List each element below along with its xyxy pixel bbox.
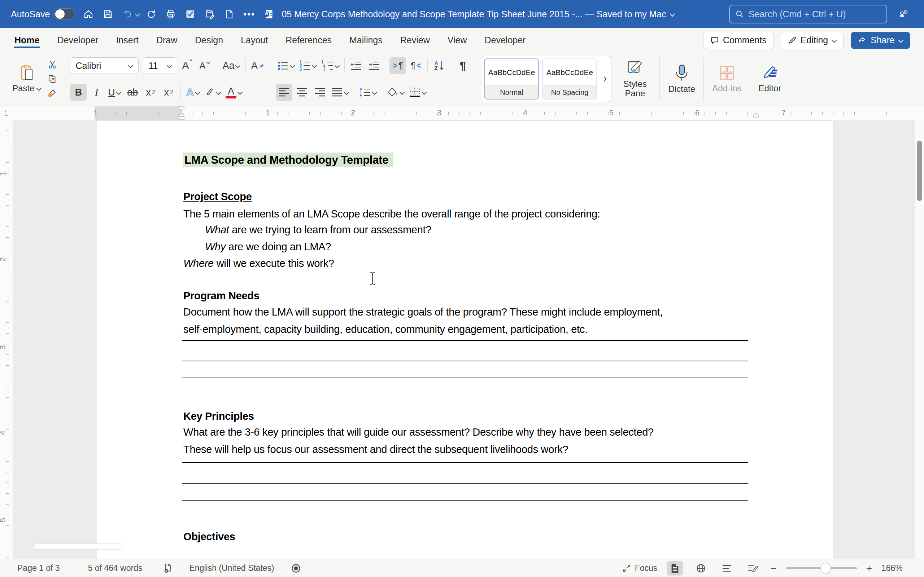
- increase-indent-button[interactable]: [366, 57, 383, 74]
- align-left-button[interactable]: [276, 84, 292, 101]
- draft-view-button[interactable]: [745, 561, 761, 575]
- bullets-button[interactable]: [276, 57, 296, 74]
- dictate-button[interactable]: Dictate: [664, 57, 699, 101]
- add-ins-button[interactable]: Add-ins: [709, 57, 745, 101]
- bold-button[interactable]: B: [70, 84, 87, 101]
- body-text: self-employment, capacity building, educ…: [183, 321, 588, 338]
- search-input[interactable]: Search (Cmd + Ctrl + U): [729, 5, 887, 23]
- cut-button[interactable]: [44, 58, 60, 71]
- autosave-toggle[interactable]: [54, 8, 75, 20]
- format-painter-button[interactable]: [44, 87, 60, 100]
- ruler-number: 3: [437, 108, 441, 118]
- focus-button[interactable]: Focus: [622, 563, 657, 573]
- web-layout-view-button[interactable]: [693, 561, 709, 575]
- tab-layout[interactable]: Layout: [240, 30, 268, 50]
- document-content[interactable]: LMA Scope and Methodology Template Proje…: [97, 121, 833, 559]
- editor-button[interactable]: Editor: [755, 57, 785, 101]
- paste-button[interactable]: Paste: [10, 57, 44, 101]
- indent-markers[interactable]: [178, 106, 185, 120]
- share-icon: [858, 36, 867, 45]
- body-text: Where will we execute this work?: [183, 255, 334, 272]
- show-paragraph-marks-button[interactable]: ¶: [454, 57, 471, 74]
- save-icon[interactable]: [101, 7, 115, 21]
- title-menu-chevron-icon[interactable]: [670, 11, 675, 16]
- highlight-button[interactable]: [203, 84, 223, 101]
- change-case-button[interactable]: Aa: [221, 57, 242, 74]
- align-center-button[interactable]: [294, 84, 310, 101]
- text-effects-button[interactable]: A: [184, 84, 201, 101]
- tab-developer-1[interactable]: Developer: [56, 30, 99, 50]
- checked-checkbox-icon[interactable]: [183, 7, 197, 21]
- undo-menu-chevron-icon[interactable]: [135, 11, 140, 16]
- shading-button[interactable]: [386, 84, 406, 101]
- page[interactable]: LMA Scope and Methodology Template Proje…: [97, 121, 833, 559]
- line-spacing-button[interactable]: [357, 84, 379, 101]
- macro-record-icon[interactable]: [291, 563, 301, 574]
- sort-button[interactable]: AZ: [431, 57, 447, 74]
- tab-review[interactable]: Review: [399, 30, 431, 50]
- editing-mode-dropdown[interactable]: Editing: [781, 32, 843, 49]
- tab-draw[interactable]: Draw: [155, 30, 178, 50]
- redo-icon[interactable]: [144, 7, 158, 21]
- save-as-icon[interactable]: [203, 7, 216, 21]
- style-normal[interactable]: AaBbCcDdEe Normal: [484, 58, 539, 100]
- shrink-font-button[interactable]: A: [197, 57, 213, 74]
- language-indicator[interactable]: English (United States): [189, 563, 274, 573]
- more-commands-icon[interactable]: [242, 7, 255, 21]
- subscript-button[interactable]: x2: [142, 84, 159, 101]
- proofing-status-icon[interactable]: [163, 563, 173, 574]
- tab-developer-2[interactable]: Developer: [484, 30, 526, 50]
- print-icon[interactable]: [164, 7, 178, 21]
- tab-home[interactable]: Home: [14, 30, 40, 50]
- copy-button[interactable]: [44, 73, 60, 85]
- zoom-out-button[interactable]: −: [771, 562, 776, 574]
- tab-mailings[interactable]: Mailings: [349, 30, 383, 50]
- underline-button[interactable]: U: [106, 84, 123, 101]
- tab-insert[interactable]: Insert: [115, 30, 139, 50]
- home-icon[interactable]: [82, 7, 95, 21]
- chevron-down-icon: [216, 90, 221, 95]
- zoom-slider-thumb[interactable]: [821, 563, 830, 573]
- styles-gallery-more-icon[interactable]: [602, 76, 607, 82]
- superscript-button[interactable]: x2: [160, 84, 177, 101]
- font-size-select[interactable]: 11: [143, 57, 177, 74]
- grow-font-button[interactable]: A^: [179, 57, 195, 74]
- presence-chat-icon[interactable]: [897, 7, 910, 21]
- italic-button[interactable]: I: [88, 84, 105, 101]
- zoom-slider[interactable]: [786, 567, 857, 569]
- word-count[interactable]: 5 of 464 words: [88, 563, 142, 573]
- print-layout-view-button[interactable]: [667, 561, 683, 575]
- toggle-knob: [55, 10, 65, 19]
- style-no-spacing[interactable]: AaBbCcDdEe No Spacing: [542, 58, 597, 100]
- vertical-scrollbar-thumb[interactable]: [917, 141, 922, 201]
- right-indent-marker[interactable]: [753, 113, 760, 120]
- zoom-in-button[interactable]: +: [866, 562, 872, 574]
- rtl-paragraph-button[interactable]: ¶<: [407, 57, 424, 74]
- decrease-indent-button[interactable]: [348, 57, 365, 74]
- font-color-button[interactable]: A: [224, 84, 244, 101]
- clear-formatting-button[interactable]: A: [249, 57, 266, 74]
- font-name-select[interactable]: Calibri: [70, 57, 139, 74]
- outline-view-button[interactable]: [719, 561, 735, 575]
- vertical-ruler[interactable]: 1 2 3 4 5: [0, 120, 13, 559]
- page-indicator[interactable]: Page 1 of 3: [17, 563, 60, 573]
- horizontal-ruler[interactable]: 1 1 2 3 4 5 6 7: [13, 106, 924, 121]
- borders-button[interactable]: [407, 84, 428, 101]
- new-document-icon[interactable]: [222, 7, 236, 21]
- tab-stop-selector[interactable]: [0, 106, 13, 121]
- tab-design[interactable]: Design: [194, 30, 224, 50]
- comments-button[interactable]: Comments: [703, 32, 774, 49]
- align-right-button[interactable]: [312, 84, 328, 101]
- styles-pane-button[interactable]: Styles Pane: [615, 57, 655, 101]
- numbering-button[interactable]: 123: [298, 57, 318, 74]
- multilevel-list-button[interactable]: 1ai: [320, 57, 341, 74]
- strikethrough-button[interactable]: ab: [124, 84, 141, 101]
- tab-references[interactable]: References: [285, 30, 333, 50]
- chevron-down-icon: [344, 90, 349, 95]
- ltr-paragraph-button[interactable]: >¶: [389, 57, 406, 74]
- tab-view[interactable]: View: [447, 30, 468, 50]
- share-button[interactable]: Share: [851, 32, 910, 49]
- justify-button[interactable]: [330, 84, 351, 101]
- zoom-level[interactable]: 166%: [881, 563, 907, 573]
- horizontal-scrollbar-thumb[interactable]: [34, 543, 123, 550]
